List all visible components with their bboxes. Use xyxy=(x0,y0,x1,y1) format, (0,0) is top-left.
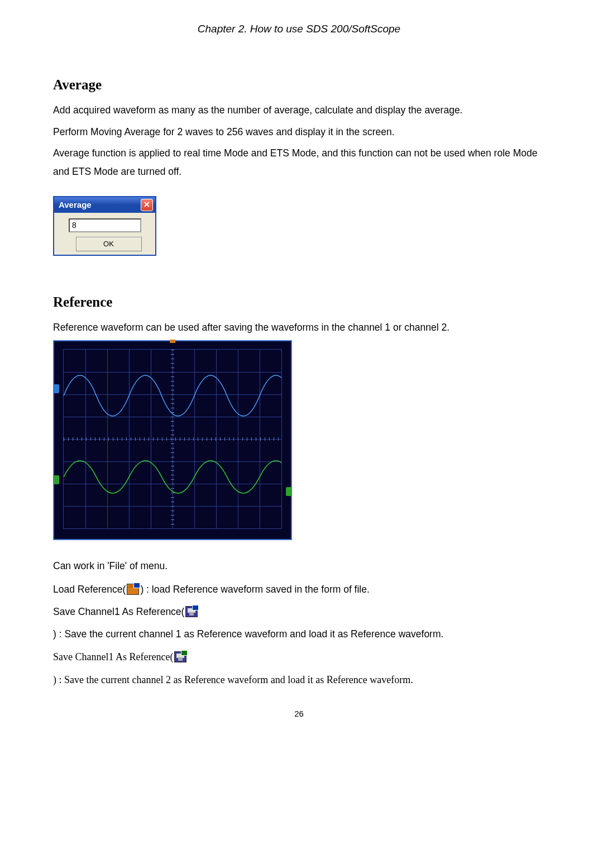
load-reference-text-post: ) : load Reference waveform saved in the… xyxy=(140,578,369,600)
save-ch1-text-pre: Save Channel1 As Reference( xyxy=(53,600,184,623)
save-waveform-ch2-icon[interactable] xyxy=(174,651,186,662)
average-paragraph-1: Add acquired waveform as many as the num… xyxy=(53,101,545,119)
save-waveform-ch1-icon[interactable] xyxy=(185,606,198,617)
ok-button[interactable]: OK xyxy=(76,237,142,251)
average-value-input[interactable] xyxy=(69,218,141,232)
save-ch2-reference-line: Save Channel1 As Reference( ) : Save the… xyxy=(53,646,545,692)
section-title-reference: Reference xyxy=(53,289,545,315)
average-paragraph-2: Perform Moving Average for 2 waves to 25… xyxy=(53,123,545,141)
oscilloscope-grid xyxy=(63,349,282,529)
load-reference-line: Load Reference( ) : load Reference wavef… xyxy=(53,578,545,600)
save-ch2-text-pre: Save Channel1 As Reference( xyxy=(53,646,173,669)
save-ch2-text-post: ) : Save the current channel 2 as Refere… xyxy=(53,669,413,691)
oscilloscope-screenshot xyxy=(53,340,292,540)
average-dialog-titlebar[interactable]: Average ✕ xyxy=(54,197,155,213)
average-dialog: Average ✕ OK xyxy=(53,196,156,256)
save-ch1-text-post: ) : Save the current channel 1 as Refere… xyxy=(53,623,443,645)
average-dialog-body: OK xyxy=(54,213,155,255)
chapter-header: Chapter 2. How to use SDS 200/SoftScope xyxy=(53,19,545,39)
channel1-marker-icon xyxy=(53,384,59,393)
open-folder-waveform-icon[interactable] xyxy=(127,584,139,595)
average-dialog-title: Average xyxy=(59,197,92,213)
section-title-average: Average xyxy=(53,72,545,98)
channel2-marker-icon xyxy=(53,475,59,484)
load-reference-text-pre: Load Reference( xyxy=(53,578,126,600)
close-icon[interactable]: ✕ xyxy=(141,199,153,211)
reference-menu-note: Can work in 'File' of menu. xyxy=(53,557,545,575)
reference-marker-icon xyxy=(286,487,292,496)
trigger-marker-icon xyxy=(170,340,175,343)
reference-intro: Reference waveform can be used after sav… xyxy=(53,318,545,336)
page-number: 26 xyxy=(53,706,545,722)
save-ch1-reference-line: Save Channel1 As Reference( ) : Save the… xyxy=(53,600,545,646)
average-paragraph-3: Average function is applied to real time… xyxy=(53,144,545,180)
waveform-plot xyxy=(64,350,281,528)
